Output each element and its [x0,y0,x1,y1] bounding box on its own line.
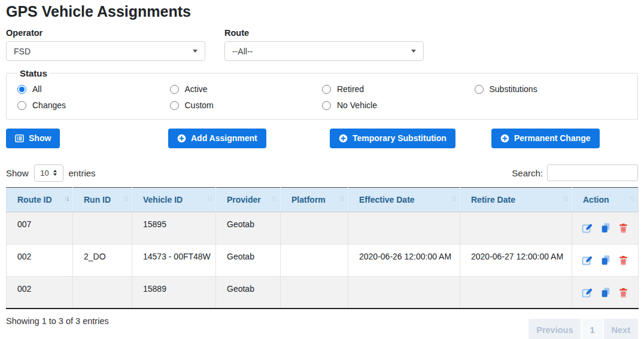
status-radio-label: Active [185,84,208,94]
operator-select[interactable]: FSD [6,41,205,61]
cell-effective-date [348,212,460,244]
add-assignment-label: Add Assignment [191,133,257,143]
cell-action [572,276,639,309]
status-radio-label: Substitutions [490,84,537,94]
edit-button[interactable] [582,255,593,266]
table-footer: Showing 1 to 3 of 3 entries Previous 1 N… [6,315,638,339]
pagination: Previous 1 Next [528,319,638,339]
cell-vehicle-id: 15889 [132,276,216,309]
copy-button[interactable] [600,222,611,233]
next-page-button[interactable]: Next [604,319,638,339]
copy-button[interactable] [600,255,611,265]
status-radio-retired[interactable]: Retired [322,84,475,94]
column-header-label: Retire Date [471,195,515,204]
status-radio-substitutions[interactable]: Substitutions [475,84,627,94]
cell-vehicle-id: 14573 - 00FT48W [132,244,216,276]
sort-arrows-icon: ↑↓ [629,194,634,203]
table-row: 00215889Geotab [7,276,639,309]
temporary-substitution-button[interactable]: Temporary Substitution [330,129,455,148]
status-radio-changes[interactable]: Changes [17,100,170,110]
sort-arrows-icon: ↑↓ [206,194,211,203]
column-header-action[interactable]: Action↑↓ [572,187,639,212]
operator-label: Operator [6,28,205,38]
column-header-route-id[interactable]: Route ID↑↓ [7,187,73,212]
cell-run-id [73,276,132,309]
route-select-value: --All-- [232,47,253,56]
cell-retire-date [460,276,572,309]
page-1-button[interactable]: 1 [582,319,602,339]
add-assignment-button[interactable]: Add Assignment [168,129,266,148]
delete-button[interactable] [618,223,628,233]
copy-button[interactable] [600,287,611,298]
column-header-effective-date[interactable]: Effective Date↑↓ [348,187,460,212]
plus-circle-icon [177,134,186,143]
status-radio-active[interactable]: Active [170,84,323,94]
plus-circle-icon [500,134,509,143]
cell-platform [281,212,348,244]
route-label: Route [224,28,424,38]
search-control: Search: [512,164,638,181]
status-radio-label: All [32,84,42,94]
column-header-label: Run ID [84,195,111,204]
cell-effective-date [348,276,460,309]
route-select[interactable]: --All-- [224,41,424,61]
delete-button[interactable] [618,255,628,265]
status-radio-all[interactable]: All [17,84,170,94]
status-radio-no-vehicle[interactable]: No Vehicle [322,100,475,110]
cell-provider: Geotab [216,244,281,276]
previous-page-button[interactable]: Previous [528,319,581,339]
status-radio-label: Custom [185,100,214,110]
cell-run-id [73,212,132,244]
table-row: 00715895Geotab [7,212,639,244]
search-input[interactable] [547,164,638,181]
status-radio-input-no-vehicle[interactable] [322,101,331,110]
status-radio-input-active[interactable] [170,85,179,94]
status-radio-input-retired[interactable] [322,85,331,94]
status-radio-input-custom[interactable] [170,101,179,110]
status-options: AllActiveRetiredSubstitutionsChangesCust… [17,84,627,110]
entries-length-control: Show 10 entries [6,164,96,182]
delete-button[interactable] [618,288,628,298]
edit-button[interactable] [582,222,593,234]
operator-filter: Operator FSD [6,28,205,61]
status-radio-label: Retired [337,84,364,94]
permanent-change-button[interactable]: Permanent Change [491,129,600,148]
sort-arrows-icon: ↑↓ [563,194,567,203]
edit-button[interactable] [582,287,593,298]
search-label: Search: [512,168,543,178]
status-radio-custom[interactable]: Custom [170,100,323,110]
page-title: GPS Vehicle Assignments [6,3,638,20]
column-header-provider[interactable]: Provider↑↓ [216,187,281,212]
edit-icon [582,255,593,266]
trash-icon [618,223,628,233]
entries-info: Showing 1 to 3 of 3 entries [6,315,109,326]
cell-action [572,244,639,276]
status-radio-label: No Vehicle [337,100,377,110]
length-label-before: Show [6,168,29,178]
table-list-icon [15,134,24,143]
temporary-substitution-label: Temporary Substitution [353,133,446,143]
entries-length-select[interactable]: 10 [34,164,63,182]
column-header-label: Vehicle ID [143,195,183,204]
stepper-arrows-icon [53,170,57,176]
copy-icon [600,255,611,265]
status-radio-input-substitutions[interactable] [475,85,484,94]
edit-icon [582,222,593,234]
column-header-retire-date[interactable]: Retire Date↑↓ [460,187,572,212]
cell-provider: Geotab [216,276,281,309]
cell-route-id: 002 [7,244,73,276]
show-button[interactable]: Show [6,129,60,148]
sort-arrows-icon: ↑↓ [63,194,68,203]
filter-row: Operator FSD Route --All-- [6,28,638,61]
status-radio-input-changes[interactable] [17,101,26,110]
cell-retire-date [460,212,572,244]
table-header-row: Route ID↑↓Run ID↑↓Vehicle ID↑↓Provider↑↓… [7,187,639,212]
cell-vehicle-id: 15895 [132,212,216,244]
column-header-platform[interactable]: Platform↑↓ [281,187,348,212]
status-radio-input-all[interactable] [17,85,26,94]
column-header-run-id[interactable]: Run ID↑↓ [73,187,132,212]
table-row: 0022_DO14573 - 00FT48WGeotab2020-06-26 1… [7,244,639,276]
caret-down-icon [193,50,198,53]
column-header-vehicle-id[interactable]: Vehicle ID↑↓ [132,187,216,212]
sort-arrows-icon: ↑↓ [271,194,276,203]
